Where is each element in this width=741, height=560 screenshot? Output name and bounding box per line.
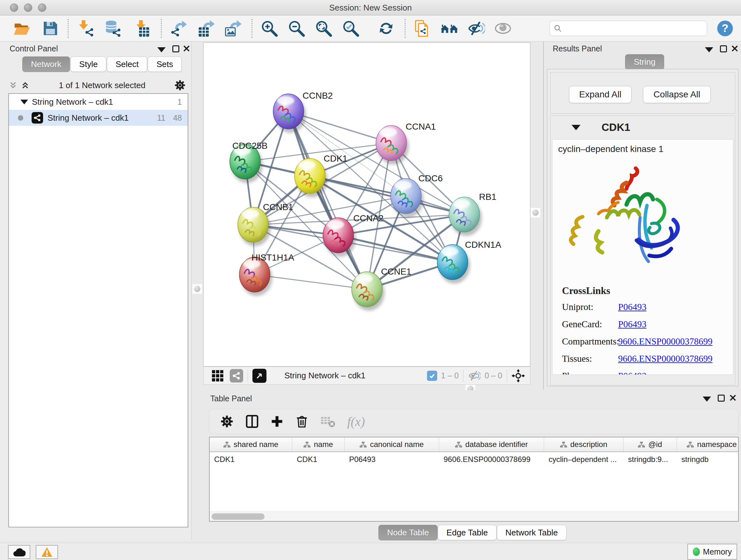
table-row[interactable]: CDK1CDK1P064939606.ENSP00000378699cyclin… xyxy=(210,452,738,467)
node-CDC6[interactable] xyxy=(391,179,423,217)
table-hscrollbar[interactable] xyxy=(210,511,738,521)
results-panel-close-button[interactable]: × xyxy=(731,45,739,52)
svg-text:?: ? xyxy=(722,22,728,34)
import-table-icon xyxy=(133,19,151,37)
table-cell[interactable]: stringdb xyxy=(677,452,741,467)
hierarchy-icon xyxy=(455,442,462,448)
table-cell[interactable]: 9606.ENSP00000378699 xyxy=(439,452,544,467)
table-cell[interactable]: stringdb:9... xyxy=(623,452,677,467)
open-view-icon[interactable] xyxy=(253,369,266,383)
hide-selected-button[interactable] xyxy=(466,18,486,39)
create-column-plus-icon[interactable] xyxy=(270,415,284,428)
table-panel-float-button[interactable] xyxy=(718,395,725,403)
show-hidden-button[interactable] xyxy=(493,18,513,39)
tab-select[interactable]: Select xyxy=(107,57,147,72)
control-panel-close-button[interactable]: × xyxy=(182,45,191,52)
table-gear-icon[interactable] xyxy=(220,415,233,428)
control-panel-float-button[interactable] xyxy=(172,45,179,54)
save-session-button[interactable] xyxy=(40,18,61,39)
memory-button[interactable]: Memory xyxy=(687,544,737,560)
zoom-in-button[interactable] xyxy=(259,18,280,39)
crosslink-link[interactable]: 9606.ENSP00000378699 xyxy=(618,354,713,364)
warnings-button[interactable] xyxy=(36,545,58,559)
tab-network-table[interactable]: Network Table xyxy=(497,525,566,540)
gene-section-header[interactable]: CDK1 xyxy=(550,116,735,139)
column-header--id[interactable]: @id xyxy=(623,437,677,451)
column-header-shared-name[interactable]: shared name xyxy=(210,437,292,451)
node-CDKN1A[interactable] xyxy=(437,245,470,284)
fit-selected-crosshair-icon[interactable] xyxy=(512,369,525,382)
search-field[interactable] xyxy=(549,21,707,36)
collection-expander-icon[interactable] xyxy=(20,100,28,105)
open-session-button[interactable] xyxy=(11,18,32,39)
delete-column-trash-icon[interactable] xyxy=(295,415,309,428)
node-CCNE1[interactable] xyxy=(352,272,385,311)
network-share-badge-icon[interactable] xyxy=(230,369,243,382)
table-cell[interactable]: P06493 xyxy=(345,452,439,467)
export-network-button[interactable] xyxy=(169,18,189,39)
column-header-name[interactable]: name xyxy=(292,437,345,451)
column-header-canonical-name[interactable]: canonical name xyxy=(345,437,439,451)
crosslink-link[interactable]: P06493 xyxy=(618,319,647,329)
network-canvas[interactable]: CCNB2CCNA1CDC25BCDK1CDC6RB1CCNB1CCNA2CDK… xyxy=(203,43,530,367)
node-HIST1H1A[interactable] xyxy=(239,257,272,296)
crosslink-link[interactable]: 9606.ENSP00000378699 xyxy=(618,336,713,347)
show-columns-icon[interactable] xyxy=(245,415,259,428)
tab-string[interactable]: String xyxy=(625,54,664,70)
collapse-all-button[interactable]: Collapse All xyxy=(643,86,711,103)
birds-eye-grid-icon[interactable] xyxy=(211,369,224,382)
zoom-fit-button[interactable] xyxy=(313,18,334,39)
tab-sets[interactable]: Sets xyxy=(148,57,182,72)
tab-style[interactable]: Style xyxy=(71,57,106,72)
table-cell[interactable]: CDK1 xyxy=(210,452,292,467)
node-CCNA2[interactable] xyxy=(323,218,356,257)
tab-network[interactable]: Network xyxy=(22,57,70,72)
zoom-out-button[interactable] xyxy=(286,18,307,39)
results-panel-menu-button[interactable] xyxy=(705,47,713,54)
node-CCNB2[interactable] xyxy=(273,94,306,133)
gray-eye-icon xyxy=(494,19,512,37)
collapse-all-chevrons-icon[interactable] xyxy=(20,80,30,90)
left-splitter-handle[interactable] xyxy=(192,284,202,294)
cloud-status-button[interactable] xyxy=(8,545,30,559)
crosslink-link[interactable]: P06493 xyxy=(618,302,647,312)
gear-icon[interactable] xyxy=(174,79,186,91)
selected-checkbox-icon[interactable] xyxy=(427,371,437,381)
column-header-database-identifier[interactable]: database identifier xyxy=(439,437,544,451)
gene-details: cyclin–dependent kinase 1 xyxy=(552,139,733,375)
node-label-CCNA1: CCNA1 xyxy=(406,122,436,132)
table-panel-close-button[interactable]: × xyxy=(729,394,737,401)
apply-layout-button[interactable] xyxy=(376,18,396,39)
right-splitter-handle[interactable] xyxy=(531,208,540,217)
import-network-database-button[interactable] xyxy=(103,18,123,39)
crosslink-link[interactable]: P06493 xyxy=(618,371,647,375)
expand-all-button[interactable]: Expand All xyxy=(569,86,631,103)
zoom-selected-button[interactable] xyxy=(340,18,361,39)
table-panel-menu-button[interactable] xyxy=(703,396,711,403)
export-image-button[interactable] xyxy=(223,18,243,39)
hscrollbar-thumb[interactable] xyxy=(212,513,265,520)
gene-expander-icon[interactable] xyxy=(571,125,581,130)
node-CDK1[interactable] xyxy=(294,159,327,197)
column-header-description[interactable]: description xyxy=(544,437,623,451)
graphics-details-button[interactable] xyxy=(439,18,460,39)
node-CCNA1[interactable] xyxy=(376,125,409,165)
table-cell[interactable]: cyclin–dependent ... xyxy=(544,452,623,467)
export-table-button[interactable] xyxy=(196,18,216,39)
import-table-button[interactable] xyxy=(131,18,152,39)
network-row-selected[interactable]: String Network – cdk1 11 48 xyxy=(9,110,188,126)
node-label-CDK1: CDK1 xyxy=(324,153,347,164)
network-collection-row[interactable]: String Network – cdk1 1 xyxy=(9,94,188,110)
column-header-namespace[interactable]: namespace xyxy=(677,437,741,451)
network-from-selection-button[interactable] xyxy=(412,18,432,39)
node-RB1[interactable] xyxy=(449,197,482,236)
help-button[interactable]: ? xyxy=(715,18,735,39)
search-input[interactable] xyxy=(562,24,699,33)
tab-node-table[interactable]: Node Table xyxy=(379,525,437,540)
tab-edge-table[interactable]: Edge Table xyxy=(438,525,496,540)
results-panel-float-button[interactable] xyxy=(720,45,727,54)
control-panel-menu-button[interactable] xyxy=(157,47,165,54)
import-network-file-button[interactable] xyxy=(76,18,96,39)
table-cell[interactable]: CDK1 xyxy=(292,452,345,467)
expand-all-chevrons-icon[interactable] xyxy=(8,80,18,90)
